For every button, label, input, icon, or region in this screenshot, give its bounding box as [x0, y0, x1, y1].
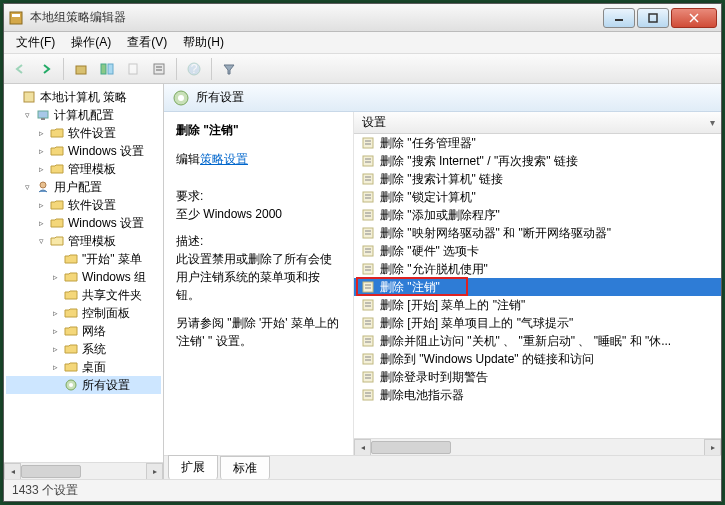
- tree-user-config[interactable]: ▿用户配置: [6, 178, 161, 196]
- tree-windows-settings[interactable]: ▹Windows 设置: [6, 142, 161, 160]
- svg-rect-44: [363, 264, 373, 274]
- scroll-thumb[interactable]: [21, 465, 81, 478]
- menu-action[interactable]: 操作(A): [63, 32, 119, 53]
- tree-computer-config[interactable]: ▿计算机配置: [6, 106, 161, 124]
- folder-open-icon: [49, 233, 65, 249]
- filter-button[interactable]: [217, 57, 241, 81]
- tree-desktop[interactable]: ▹桌面: [6, 358, 161, 376]
- tree-admin-templates2[interactable]: ▿管理模板: [6, 232, 161, 250]
- svg-rect-56: [363, 336, 373, 346]
- list-row[interactable]: 删除 "允许脱机使用": [354, 260, 721, 278]
- svg-rect-23: [363, 138, 373, 148]
- tree-admin-templates[interactable]: ▹管理模板: [6, 160, 161, 178]
- list-column-header[interactable]: 设置 ▾: [354, 112, 721, 134]
- expand-icon[interactable]: ▹: [50, 272, 61, 283]
- svg-rect-38: [363, 228, 373, 238]
- help-button[interactable]: ?: [182, 57, 206, 81]
- expand-icon[interactable]: ▹: [50, 362, 61, 373]
- scroll-right-icon[interactable]: ▸: [704, 439, 721, 455]
- back-button[interactable]: [8, 57, 32, 81]
- tree-pane: 本地计算机 策略 ▿计算机配置 ▹软件设置 ▹Windows 设置 ▹管理模板 …: [4, 84, 164, 479]
- tree-start-menu[interactable]: "开始" 菜单: [6, 250, 161, 268]
- expand-icon[interactable]: ▹: [36, 218, 47, 229]
- tree-network[interactable]: ▹网络: [6, 322, 161, 340]
- folder-icon: [63, 359, 79, 375]
- list-row[interactable]: 删除 "添加或删除程序": [354, 206, 721, 224]
- list-row[interactable]: 删除 "搜索计算机" 链接: [354, 170, 721, 188]
- list-row[interactable]: 删除 "注销": [354, 278, 721, 296]
- collapse-icon[interactable]: ▿: [22, 182, 33, 193]
- list-row[interactable]: 删除 "搜索 Internet" / "再次搜索" 链接: [354, 152, 721, 170]
- expand-icon[interactable]: ▹: [50, 326, 61, 337]
- tree-root[interactable]: 本地计算机 策略: [6, 88, 161, 106]
- show-hide-tree-button[interactable]: [95, 57, 119, 81]
- list-row-label: 删除并阻止访问 "关机" 、 "重新启动" 、 "睡眠" 和 "休...: [380, 333, 671, 350]
- tree-control-panel[interactable]: ▹控制面板: [6, 304, 161, 322]
- expand-icon[interactable]: ▹: [50, 344, 61, 355]
- svg-rect-0: [10, 12, 22, 24]
- tree-windows-group[interactable]: ▹Windows 组: [6, 268, 161, 286]
- list-row[interactable]: 删除 "映射网络驱动器" 和 "断开网络驱动器": [354, 224, 721, 242]
- expand-icon[interactable]: ▹: [36, 146, 47, 157]
- collapse-icon[interactable]: ▿: [36, 236, 47, 247]
- scroll-thumb[interactable]: [371, 441, 451, 454]
- tree-system[interactable]: ▹系统: [6, 340, 161, 358]
- policy-settings-link[interactable]: 策略设置: [200, 151, 248, 168]
- expander-icon[interactable]: [8, 92, 19, 103]
- tree-label: 所有设置: [82, 377, 130, 394]
- window-controls: [601, 8, 717, 28]
- menu-help[interactable]: 帮助(H): [175, 32, 232, 53]
- close-button[interactable]: [671, 8, 717, 28]
- expand-icon[interactable]: ▹: [36, 128, 47, 139]
- folder-icon: [63, 341, 79, 357]
- list-row[interactable]: 删除并阻止访问 "关机" 、 "重新启动" 、 "睡眠" 和 "休...: [354, 332, 721, 350]
- scroll-right-icon[interactable]: ▸: [146, 463, 163, 479]
- expand-icon[interactable]: ▹: [36, 164, 47, 175]
- titlebar[interactable]: 本地组策略编辑器: [4, 4, 721, 32]
- folder-icon: [63, 305, 79, 321]
- tree-label: 本地计算机 策略: [40, 89, 127, 106]
- tree-label: 桌面: [82, 359, 106, 376]
- list-row[interactable]: 删除到 "Windows Update" 的链接和访问: [354, 350, 721, 368]
- list-row[interactable]: 删除电池指示器: [354, 386, 721, 404]
- expand-icon[interactable]: ▹: [36, 200, 47, 211]
- minimize-button[interactable]: [603, 8, 635, 28]
- list-row[interactable]: 删除 "硬件" 选项卡: [354, 242, 721, 260]
- tree-label: 管理模板: [68, 233, 116, 250]
- menu-file[interactable]: 文件(F): [8, 32, 63, 53]
- svg-rect-53: [363, 318, 373, 328]
- tree-all-settings[interactable]: 所有设置: [6, 376, 161, 394]
- svg-rect-15: [24, 92, 34, 102]
- list-body[interactable]: 删除 "任务管理器"删除 "搜索 Internet" / "再次搜索" 链接删除…: [354, 134, 721, 438]
- tab-extended[interactable]: 扩展: [168, 455, 218, 479]
- scroll-left-icon[interactable]: ◂: [354, 439, 371, 455]
- user-icon: [35, 179, 51, 195]
- tree-software2[interactable]: ▹软件设置: [6, 196, 161, 214]
- collapse-icon[interactable]: ▿: [22, 110, 33, 121]
- up-button[interactable]: [69, 57, 93, 81]
- list-row[interactable]: 删除 [开始] 菜单项目上的 "气球提示": [354, 314, 721, 332]
- toolbar-divider: [63, 58, 64, 80]
- ref-text: 另请参阅 "删除 '开始' 菜单上的 '注销' " 设置。: [176, 314, 341, 350]
- tab-standard[interactable]: 标准: [220, 456, 270, 479]
- list-row[interactable]: 删除 [开始] 菜单上的 "注销": [354, 296, 721, 314]
- list-row-label: 删除 [开始] 菜单项目上的 "气球提示": [380, 315, 573, 332]
- list-row[interactable]: 删除 "锁定计算机": [354, 188, 721, 206]
- tree-hscroll[interactable]: ◂ ▸: [4, 462, 163, 479]
- forward-button[interactable]: [34, 57, 58, 81]
- properties-button[interactable]: [147, 57, 171, 81]
- export-button[interactable]: [121, 57, 145, 81]
- list-row[interactable]: 删除 "任务管理器": [354, 134, 721, 152]
- menu-view[interactable]: 查看(V): [119, 32, 175, 53]
- scroll-left-icon[interactable]: ◂: [4, 463, 21, 479]
- tree-windows-settings2[interactable]: ▹Windows 设置: [6, 214, 161, 232]
- expand-icon[interactable]: ▹: [50, 308, 61, 319]
- maximize-button[interactable]: [637, 8, 669, 28]
- tree[interactable]: 本地计算机 策略 ▿计算机配置 ▹软件设置 ▹Windows 设置 ▹管理模板 …: [4, 84, 163, 462]
- tree-software[interactable]: ▹软件设置: [6, 124, 161, 142]
- window: 本地组策略编辑器 文件(F) 操作(A) 查看(V) 帮助(H) ? 本地计算机…: [3, 3, 722, 502]
- list-row[interactable]: 删除登录时到期警告: [354, 368, 721, 386]
- list-hscroll[interactable]: ◂ ▸: [354, 438, 721, 455]
- policy-item-icon: [360, 153, 376, 169]
- tree-shared-folders[interactable]: 共享文件夹: [6, 286, 161, 304]
